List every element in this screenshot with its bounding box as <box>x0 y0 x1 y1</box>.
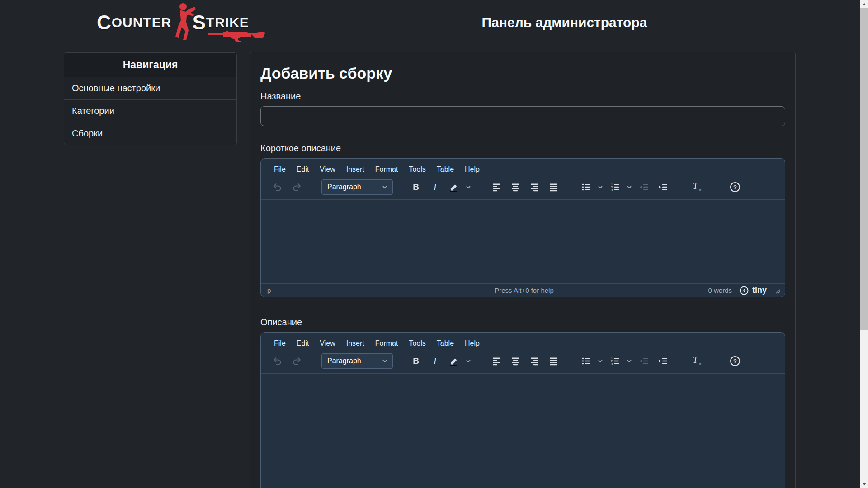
numbered-list-dropdown-button[interactable] <box>624 178 634 196</box>
help-button[interactable]: ? <box>726 178 745 196</box>
chevron-down-icon <box>465 358 472 364</box>
editor-toolbar: Paragraph B I <box>261 177 785 199</box>
editor-content[interactable] <box>261 199 785 283</box>
help-button[interactable]: ? <box>726 352 745 370</box>
text-color-pen-button[interactable] <box>444 352 463 370</box>
menu-help[interactable]: Help <box>460 163 485 176</box>
align-left-icon <box>492 357 501 366</box>
clear-formatting-icon: T× <box>692 356 699 366</box>
outdent-icon <box>639 183 649 192</box>
menu-format[interactable]: Format <box>370 163 403 176</box>
redo-button[interactable] <box>287 178 306 196</box>
element-path[interactable]: p <box>267 286 271 294</box>
description-label: Описание <box>260 317 785 328</box>
svg-text:3: 3 <box>611 362 613 366</box>
admin-page: C OUNTER S TRIKE <box>0 0 860 488</box>
italic-button[interactable]: I <box>425 178 444 196</box>
editor-resize-handle[interactable] <box>774 287 781 294</box>
menu-help[interactable]: Help <box>460 337 485 350</box>
top-header: C OUNTER S TRIKE <box>0 0 860 45</box>
counter-strike-logo: C OUNTER S TRIKE <box>97 2 269 43</box>
name-input[interactable] <box>260 106 785 126</box>
page-title: Панель администратора <box>269 15 860 30</box>
bullet-list-button[interactable] <box>576 352 595 370</box>
align-right-button[interactable] <box>525 352 544 370</box>
menu-table[interactable]: Table <box>432 163 459 176</box>
chevron-down-icon <box>382 358 388 364</box>
clear-formatting-button[interactable]: T× <box>686 352 705 370</box>
bullet-list-button[interactable] <box>576 178 595 196</box>
scroll-up-button[interactable] <box>860 0 868 8</box>
text-color-pen-button[interactable] <box>444 178 463 196</box>
outdent-button[interactable] <box>634 178 653 196</box>
short-description-editor: File Edit View Insert Format Tools Table… <box>260 158 785 297</box>
logo-text-strike: TRIKE <box>206 16 249 29</box>
scroll-down-button[interactable] <box>860 480 868 488</box>
menu-edit[interactable]: Edit <box>292 163 314 176</box>
scroll-up-icon <box>863 3 866 5</box>
menu-view[interactable]: View <box>315 337 340 350</box>
bold-button[interactable]: B <box>406 352 425 370</box>
menu-tools[interactable]: Tools <box>404 337 430 350</box>
page-scrollbar[interactable] <box>860 0 868 488</box>
align-justify-button[interactable] <box>544 178 563 196</box>
redo-button[interactable] <box>287 352 306 370</box>
sidebar-navigation: Навигация Основные настройки Категории С… <box>64 52 237 145</box>
menu-insert[interactable]: Insert <box>341 337 369 350</box>
pen-icon <box>448 355 459 367</box>
align-justify-icon <box>549 357 558 366</box>
numbered-list-button[interactable]: 123 <box>605 352 624 370</box>
menu-format[interactable]: Format <box>370 337 403 350</box>
bullet-list-dropdown-button[interactable] <box>595 178 605 196</box>
bullet-list-dropdown-button[interactable] <box>595 352 605 370</box>
logo-text-counter: OUNTER <box>112 16 172 29</box>
numbered-list-dropdown-button[interactable] <box>624 352 634 370</box>
text-color-dropdown-button[interactable] <box>463 178 473 196</box>
align-center-button[interactable] <box>506 178 525 196</box>
soldier-icon <box>168 2 196 41</box>
tiny-logo-icon <box>739 286 749 296</box>
italic-button[interactable]: I <box>425 352 444 370</box>
indent-button[interactable] <box>653 352 672 370</box>
align-justify-button[interactable] <box>544 352 563 370</box>
description-editor: File Edit View Insert Format Tools Table… <box>260 332 785 488</box>
chevron-down-icon <box>382 184 388 190</box>
menu-file[interactable]: File <box>269 163 291 176</box>
tiny-brand-link[interactable]: tiny <box>739 286 767 296</box>
bold-button[interactable]: B <box>406 178 425 196</box>
align-left-button[interactable] <box>487 178 506 196</box>
paragraph-format-select[interactable]: Paragraph <box>321 353 393 369</box>
align-right-icon <box>530 183 539 192</box>
paragraph-format-select[interactable]: Paragraph <box>321 179 393 195</box>
numbered-list-button[interactable]: 123 <box>605 178 624 196</box>
undo-button[interactable] <box>268 352 287 370</box>
align-center-button[interactable] <box>506 352 525 370</box>
text-color-dropdown-button[interactable] <box>463 352 473 370</box>
word-count[interactable]: 0 words <box>708 286 732 294</box>
editor-toolbar: Paragraph B I <box>261 351 785 373</box>
sidebar-item-builds[interactable]: Сборки <box>64 122 236 145</box>
align-right-icon <box>530 357 539 366</box>
menu-tools[interactable]: Tools <box>404 163 430 176</box>
align-right-button[interactable] <box>525 178 544 196</box>
rifle-icon <box>208 30 266 42</box>
menu-insert[interactable]: Insert <box>341 163 369 176</box>
align-left-icon <box>492 183 501 192</box>
indent-button[interactable] <box>653 178 672 196</box>
scrollbar-thumb[interactable] <box>860 8 868 330</box>
menu-file[interactable]: File <box>269 337 291 350</box>
chevron-down-icon <box>626 358 632 364</box>
indent-icon <box>658 357 668 366</box>
help-icon: ? <box>730 182 740 192</box>
editor-content[interactable] <box>261 373 785 488</box>
undo-button[interactable] <box>268 178 287 196</box>
sidebar-item-categories[interactable]: Категории <box>64 100 236 122</box>
menu-edit[interactable]: Edit <box>292 337 314 350</box>
outdent-button[interactable] <box>634 352 653 370</box>
menu-table[interactable]: Table <box>432 337 459 350</box>
menu-view[interactable]: View <box>315 163 340 176</box>
chevron-down-icon <box>626 184 632 190</box>
align-left-button[interactable] <box>487 352 506 370</box>
clear-formatting-button[interactable]: T× <box>686 178 705 196</box>
sidebar-item-main-settings[interactable]: Основные настройки <box>64 77 236 100</box>
